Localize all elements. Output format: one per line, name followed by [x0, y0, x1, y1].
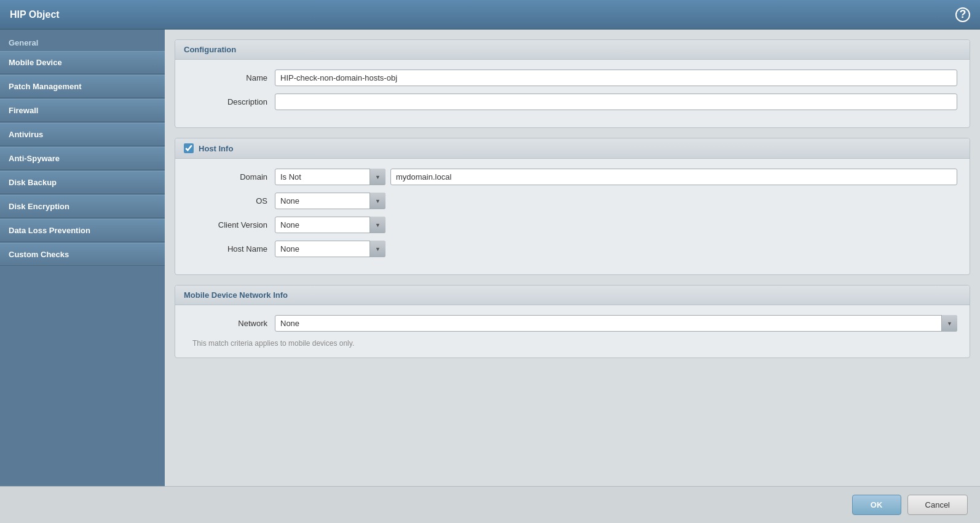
sidebar: General Mobile Device Patch Management F… [0, 30, 165, 486]
os-select[interactable]: None [275, 193, 385, 209]
mobile-device-network-title: Mobile Device Network Info [175, 285, 970, 305]
network-select-wrapper: None [275, 315, 957, 332]
sidebar-group-label: General [0, 34, 165, 51]
network-label: Network [188, 319, 267, 328]
domain-value-input[interactable] [390, 169, 957, 185]
host-info-checkbox[interactable] [184, 143, 194, 153]
os-select-wrapper: None [275, 193, 385, 209]
network-hint: This match criteria applies to mobile de… [188, 339, 957, 348]
host-info-body: Domain Is Is Not Contains Does Not Conta… [175, 159, 970, 274]
host-name-label: Host Name [188, 244, 267, 254]
help-button[interactable]: ? [955, 7, 970, 22]
client-version-row: Client Version None [188, 217, 957, 233]
domain-controls: Is Is Not Contains Does Not Contain [275, 169, 957, 185]
description-row: Description [188, 94, 957, 110]
ok-button[interactable]: OK [852, 495, 901, 515]
dialog-title: HIP Object [10, 9, 60, 20]
host-name-select[interactable]: None [275, 241, 385, 257]
host-info-title: Host Info [175, 138, 970, 159]
sidebar-item-antivirus[interactable]: Antivirus [0, 123, 165, 146]
content-area: Configuration Name Description [165, 30, 980, 486]
mobile-device-network-body: Network None This match criteria applies… [175, 305, 970, 357]
name-label: Name [188, 73, 267, 82]
host-name-select-wrapper: None [275, 241, 385, 257]
client-version-select-wrapper: None [275, 217, 385, 233]
description-input[interactable] [275, 94, 957, 110]
client-version-label: Client Version [188, 220, 267, 230]
sidebar-item-custom-checks[interactable]: Custom Checks [0, 243, 165, 266]
sidebar-item-data-loss-prevention[interactable]: Data Loss Prevention [0, 219, 165, 242]
host-info-section: Host Info Domain Is Is Not Contains [175, 138, 970, 275]
network-row: Network None [188, 315, 957, 332]
sidebar-item-disk-backup[interactable]: Disk Backup [0, 171, 165, 194]
description-label: Description [188, 97, 267, 106]
name-row: Name [188, 70, 957, 86]
main-content: General Mobile Device Patch Management F… [0, 30, 980, 486]
sidebar-item-anti-spyware[interactable]: Anti-Spyware [0, 147, 165, 170]
domain-label: Domain [188, 172, 267, 182]
sidebar-item-disk-encryption[interactable]: Disk Encryption [0, 195, 165, 218]
footer: OK Cancel [0, 486, 980, 523]
sidebar-item-firewall[interactable]: Firewall [0, 99, 165, 122]
sidebar-item-patch-management[interactable]: Patch Management [0, 75, 165, 98]
domain-operator-wrapper: Is Is Not Contains Does Not Contain [275, 169, 385, 185]
host-name-row: Host Name None [188, 241, 957, 257]
hip-object-dialog: HIP Object ? General Mobile Device Patch… [0, 0, 980, 523]
configuration-section: Configuration Name Description [175, 39, 970, 128]
client-version-select[interactable]: None [275, 217, 385, 233]
configuration-body: Name Description [175, 60, 970, 127]
sidebar-item-mobile-device[interactable]: Mobile Device [0, 51, 165, 74]
network-select[interactable]: None [275, 315, 957, 332]
os-label: OS [188, 196, 267, 206]
domain-row: Domain Is Is Not Contains Does Not Conta… [188, 169, 957, 185]
os-row: OS None [188, 193, 957, 209]
mobile-device-network-section: Mobile Device Network Info Network None … [175, 285, 970, 358]
cancel-button[interactable]: Cancel [907, 495, 968, 515]
domain-operator-select[interactable]: Is Is Not Contains Does Not Contain [275, 169, 385, 185]
name-input[interactable] [275, 70, 957, 86]
configuration-title: Configuration [175, 40, 970, 60]
title-bar: HIP Object ? [0, 0, 980, 30]
